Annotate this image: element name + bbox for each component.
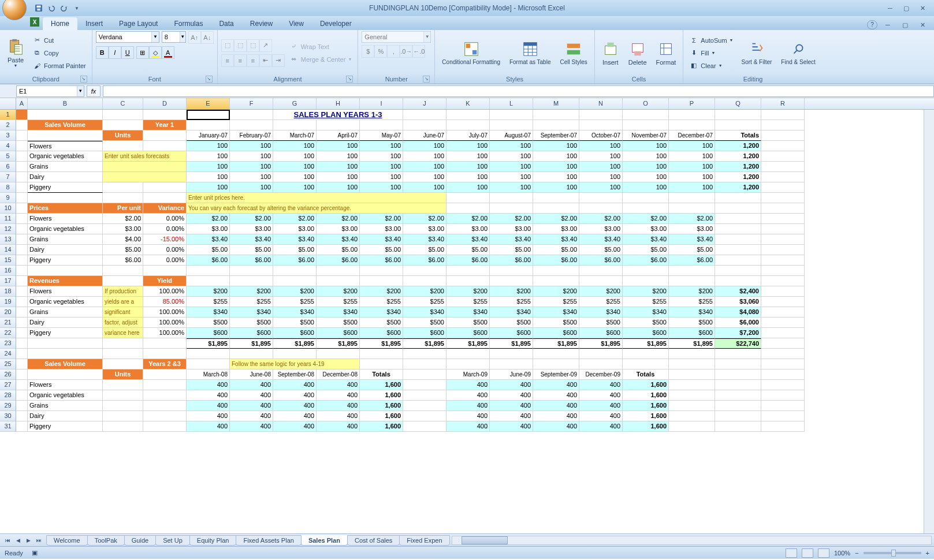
cell[interactable] (623, 120, 669, 130)
cell[interactable] (669, 276, 715, 286)
bold-button[interactable]: B (96, 46, 109, 59)
cell[interactable] (28, 110, 103, 120)
cell[interactable]: $3.00 (446, 224, 490, 234)
sheet-tab[interactable]: Fixed Assets Plan (236, 535, 301, 546)
cell[interactable] (669, 390, 715, 401)
cell[interactable] (16, 359, 28, 369)
cell[interactable]: $1,895 (533, 338, 579, 349)
font-launcher[interactable]: ↘ (206, 76, 213, 83)
cell[interactable]: $1,895 (446, 338, 490, 349)
cell[interactable] (28, 369, 103, 380)
cell[interactable] (403, 411, 446, 421)
cell[interactable]: Grains (28, 162, 103, 172)
cell[interactable]: 100 (533, 141, 579, 151)
cell[interactable]: $2.00 (669, 214, 715, 224)
cell[interactable]: March-08 (187, 369, 230, 380)
cell[interactable]: $500 (273, 318, 317, 328)
cell[interactable] (579, 203, 623, 214)
cell[interactable] (715, 359, 761, 369)
cell[interactable]: $500 (579, 318, 623, 328)
zoom-in-button[interactable]: + (926, 550, 929, 557)
row-header[interactable]: 9 (0, 193, 16, 203)
cell[interactable] (669, 193, 715, 203)
cell[interactable] (623, 110, 669, 120)
cell[interactable] (761, 245, 805, 255)
row-header[interactable]: 28 (0, 390, 16, 401)
cell[interactable] (143, 193, 187, 203)
cell[interactable] (623, 193, 669, 203)
column-header[interactable]: G (273, 98, 317, 109)
cell[interactable] (403, 266, 446, 276)
cell[interactable]: Enter unit prices here. (187, 193, 446, 203)
cell[interactable] (143, 401, 187, 411)
increase-decimal-button[interactable]: .0→ (400, 45, 412, 58)
cell[interactable] (761, 349, 805, 359)
shrink-font-button[interactable]: A↓ (201, 31, 214, 44)
cell[interactable] (490, 266, 533, 276)
cell[interactable]: $1,895 (230, 338, 273, 349)
row-header[interactable]: 4 (0, 141, 16, 151)
cell[interactable] (669, 120, 715, 130)
redo-icon[interactable] (59, 3, 69, 13)
cell[interactable] (715, 266, 761, 276)
cell[interactable]: variance here (103, 328, 143, 338)
percent-button[interactable]: % (374, 45, 387, 58)
cell[interactable]: Piggery (28, 182, 103, 193)
cell[interactable] (143, 349, 187, 359)
cell[interactable]: 100 (403, 151, 446, 162)
cell[interactable]: $6.00 (103, 255, 143, 266)
cell[interactable]: Per unit (103, 203, 143, 214)
row-header[interactable]: 25 (0, 359, 16, 369)
vertical-scrollbar[interactable] (924, 110, 934, 533)
cell[interactable]: Totals (715, 130, 761, 141)
sheet-tab[interactable]: Welcome (46, 535, 88, 546)
cell[interactable] (761, 162, 805, 172)
cell[interactable] (446, 349, 490, 359)
macro-record-icon[interactable]: ▣ (30, 548, 39, 558)
cell[interactable]: 1,600 (360, 421, 403, 432)
cell[interactable]: Organic vegetables (28, 224, 103, 234)
cell[interactable]: $3.00 (187, 224, 230, 234)
cell[interactable] (761, 151, 805, 162)
cell[interactable] (273, 120, 317, 130)
cell[interactable]: March-07 (273, 130, 317, 141)
cell[interactable] (403, 110, 446, 120)
sheet-tab[interactable]: ToolPak (87, 535, 125, 546)
cell[interactable]: 85.00% (143, 297, 187, 307)
cell[interactable] (669, 411, 715, 421)
cell[interactable]: $255 (273, 297, 317, 307)
cell[interactable] (490, 120, 533, 130)
cell[interactable]: $3.40 (669, 234, 715, 245)
cell[interactable] (16, 224, 28, 234)
cell[interactable]: 100 (446, 151, 490, 162)
cell[interactable]: $200 (360, 286, 403, 297)
cell[interactable] (715, 349, 761, 359)
cell[interactable]: $5.00 (273, 245, 317, 255)
copy-button[interactable]: ⧉Copy (30, 47, 88, 59)
cell[interactable] (715, 193, 761, 203)
cell[interactable]: $5.00 (230, 245, 273, 255)
cell[interactable]: Sales Volume (28, 359, 103, 369)
cell[interactable]: Dairy (28, 172, 103, 182)
row-header[interactable]: 17 (0, 276, 16, 286)
cell[interactable] (669, 401, 715, 411)
cell[interactable]: $3.40 (230, 234, 273, 245)
cell[interactable]: -15.00% (143, 234, 187, 245)
cell[interactable] (490, 359, 533, 369)
cell[interactable] (715, 401, 761, 411)
cell[interactable] (273, 266, 317, 276)
cell[interactable]: 100 (360, 151, 403, 162)
undo-icon[interactable] (46, 3, 57, 13)
cell[interactable] (143, 182, 187, 193)
cell[interactable]: 1,200 (715, 182, 761, 193)
column-header[interactable]: R (761, 98, 805, 109)
cell[interactable]: $500 (230, 318, 273, 328)
cell[interactable] (16, 120, 28, 130)
cell[interactable] (490, 110, 533, 120)
cell[interactable] (143, 411, 187, 421)
row-header[interactable]: 7 (0, 172, 16, 182)
cell[interactable]: $3.40 (623, 234, 669, 245)
cell[interactable] (16, 307, 28, 318)
cell[interactable]: 100 (317, 162, 360, 172)
cell[interactable]: $22,740 (715, 338, 761, 349)
